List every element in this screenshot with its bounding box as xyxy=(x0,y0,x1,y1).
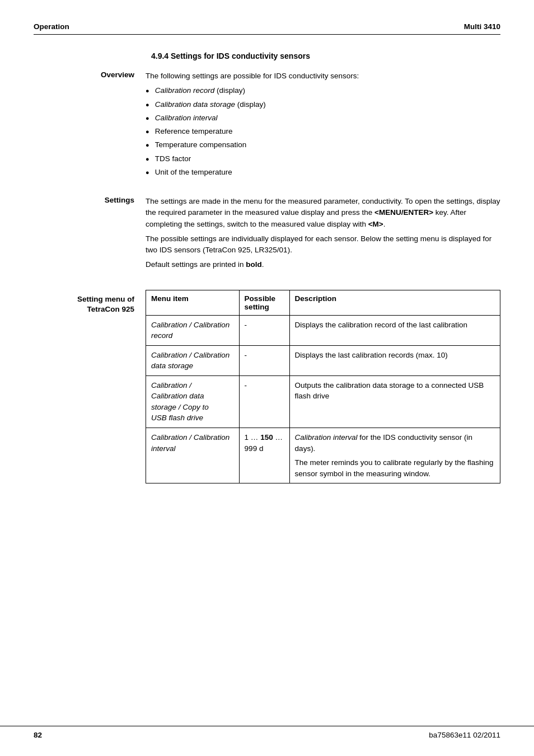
page-footer: 82 ba75863e11 02/2011 xyxy=(0,726,534,739)
footer-info: ba75863e11 02/2011 xyxy=(429,731,500,739)
table-row: Calibration / Cali­bration record - Disp… xyxy=(146,315,500,345)
table-row: Calibration / Cali­bration data stor­age… xyxy=(146,345,500,375)
settings-label: Settings xyxy=(34,196,146,274)
possible-cell: 1 … 150 … 999 d xyxy=(239,428,289,483)
settings-para3: Default settings are printed in bold. xyxy=(146,259,500,270)
overview-intro: The following settings are possible for … xyxy=(146,71,500,82)
overview-label: Overview xyxy=(34,71,146,180)
page: Operation Multi 3410 4.9.4 Settings for … xyxy=(0,0,534,756)
overview-section: Overview The following settings are poss… xyxy=(34,71,500,180)
table-section: Setting menu of TetraCon 925 Menu item P… xyxy=(34,290,500,484)
list-item: Temperature compensation xyxy=(146,139,500,151)
settings-content: The settings are made in the menu for th… xyxy=(146,196,500,274)
description-cell: Outputs the calibration data storage to … xyxy=(289,375,500,428)
list-item: TDS factor xyxy=(146,153,500,165)
list-item: Reference temperature xyxy=(146,126,500,137)
overview-content: The following settings are possible for … xyxy=(146,71,500,180)
description-cell: Displays the calibration record of the l… xyxy=(289,315,500,345)
list-item: Calibration interval xyxy=(146,112,500,124)
menu-item-cell: Calibration / Cali­bration record xyxy=(146,315,240,345)
table-row: Calibration /Calibration datastorage / C… xyxy=(146,375,500,428)
col-header-description: Description xyxy=(289,290,500,315)
settings-section: Settings The settings are made in the me… xyxy=(34,196,500,274)
header-left: Operation xyxy=(34,22,69,31)
list-item: Calibration record (display) xyxy=(146,85,500,96)
description-cell: Calibration interval for the IDS conduct… xyxy=(289,428,500,483)
list-item: Calibration data storage (display) xyxy=(146,99,500,110)
table-row: Calibration / Cali­bration interval 1 … … xyxy=(146,428,500,483)
table-section-label: Setting menu of TetraCon 925 xyxy=(34,290,146,484)
possible-cell: - xyxy=(239,375,289,428)
section-title: 4.9.4 Settings for IDS conductivity sens… xyxy=(151,51,500,60)
description-cell: Displays the last calibration records (m… xyxy=(289,345,500,375)
overview-bullet-list: Calibration record (display) Calibration… xyxy=(146,85,500,178)
possible-cell: - xyxy=(239,315,289,345)
page-header: Operation Multi 3410 xyxy=(34,22,500,35)
col-header-menu: Menu item xyxy=(146,290,240,315)
menu-item-cell: Calibration / Cali­bration interval xyxy=(146,428,240,483)
possible-cell: - xyxy=(239,345,289,375)
list-item: Unit of the temperature xyxy=(146,167,500,178)
col-header-possible: Possible setting xyxy=(239,290,289,315)
settings-para2: The possible settings are individually d… xyxy=(146,233,500,256)
page-number: 82 xyxy=(34,731,42,739)
menu-item-cell: Calibration /Calibration datastorage / C… xyxy=(146,375,240,428)
menu-item-cell: Calibration / Cali­bration data stor­age xyxy=(146,345,240,375)
table-content: Menu item Possible setting Description C… xyxy=(146,290,500,484)
header-right: Multi 3410 xyxy=(464,22,500,31)
table-header-row: Menu item Possible setting Description xyxy=(146,290,500,315)
settings-para1: The settings are made in the menu for th… xyxy=(146,196,500,230)
settings-table: Menu item Possible setting Description C… xyxy=(146,290,500,484)
